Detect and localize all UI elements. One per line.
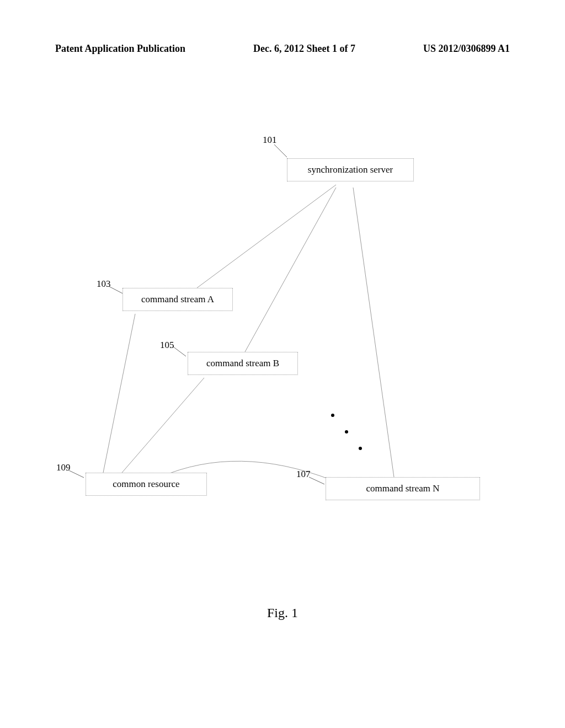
box-stream-n: command stream N [326, 477, 480, 500]
box-stream-a-label: command stream A [141, 294, 214, 304]
svg-line-6 [109, 286, 122, 293]
ellipsis-dot [331, 414, 334, 417]
svg-line-1 [245, 188, 336, 352]
svg-line-8 [309, 477, 324, 484]
box-sync-server: synchronization server [287, 158, 414, 181]
diagram: synchronization server 101 command strea… [0, 127, 565, 568]
box-stream-n-label: command stream N [366, 483, 439, 494]
ellipsis-dot [359, 447, 362, 450]
header-right: US 2012/0306899 A1 [423, 43, 510, 55]
box-stream-a: command stream A [122, 288, 233, 311]
ellipsis-dot [345, 430, 348, 433]
box-common-resource-label: common resource [113, 479, 179, 489]
label-107: 107 [296, 469, 311, 480]
box-stream-b-label: command stream B [206, 358, 279, 368]
box-sync-server-label: synchronization server [308, 164, 393, 175]
label-109: 109 [56, 462, 71, 473]
page-header: Patent Application Publication Dec. 6, 2… [0, 43, 565, 55]
svg-line-2 [353, 188, 394, 477]
label-103: 103 [97, 279, 111, 290]
header-left: Patent Application Publication [55, 43, 185, 55]
connection-lines [0, 127, 565, 568]
svg-line-5 [274, 144, 287, 157]
label-105: 105 [160, 340, 174, 351]
svg-line-0 [197, 185, 336, 288]
svg-line-9 [69, 470, 84, 478]
label-101: 101 [263, 135, 277, 146]
header-center: Dec. 6, 2012 Sheet 1 of 7 [253, 43, 355, 55]
svg-line-3 [103, 314, 135, 473]
figure-caption: Fig. 1 [267, 606, 298, 620]
box-stream-b: command stream B [188, 352, 298, 375]
svg-line-4 [122, 378, 204, 473]
svg-line-7 [173, 346, 186, 356]
box-common-resource: common resource [86, 473, 207, 496]
